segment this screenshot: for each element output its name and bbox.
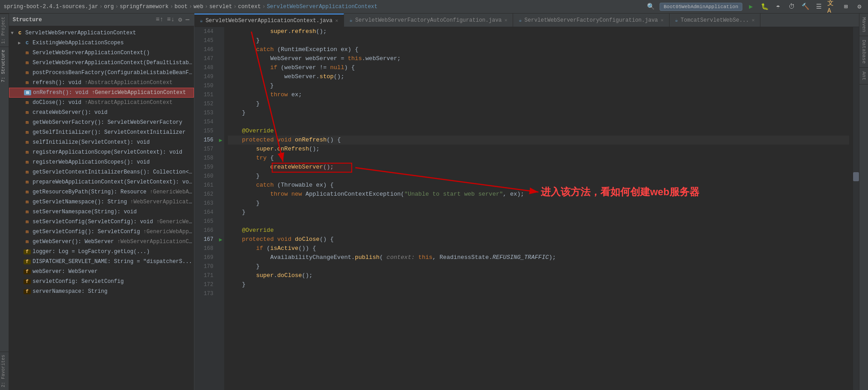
code-content[interactable]: super.refresh(); } catch (RuntimeExcepti… [224, 27, 853, 390]
breadcrumb-context[interactable]: context [238, 4, 261, 10]
tree-item-getservinitbeans[interactable]: ▶ m getServletContextInitializerBeans():… [9, 167, 194, 177]
tree-item-setservletcfg[interactable]: ▶ m setServletConfig(ServletConfig): voi… [9, 217, 194, 227]
tab-tomcat[interactable]: ☕ TomcatServletWebSe... ✕ [670, 14, 760, 27]
method-icon-7: m [24, 110, 31, 115]
tree-item-getresource[interactable]: ▶ m getResourceByPath(String): Resource … [9, 187, 194, 197]
tab-favorites[interactable]: 2: Favorites [0, 352, 9, 390]
code-line-156: protected void onRefresh() { [228, 136, 849, 145]
code-line-161: catch (Throwable ex) { [228, 181, 849, 190]
close-structure-icon[interactable]: — [185, 15, 190, 24]
tree-text-si: selfInitialize(ServletContext): void [33, 139, 150, 146]
tab-ant[interactable]: Ant [859, 68, 868, 85]
tree-root[interactable]: ▼ C ServletWebServerApplicationContext [9, 28, 194, 38]
tasks-icon[interactable]: ☰ [814, 2, 824, 12]
tree-item-setserverns[interactable]: ▶ m setServerNamespace(String): void [9, 207, 194, 217]
tree-item-regwebscopes[interactable]: ▶ m registerWebApplicationScopes(): void [9, 157, 194, 167]
tree-item-constructor1[interactable]: ▶ m ServletWebServerApplicationContext() [9, 48, 194, 58]
left-tab-strip: 1: Project 7: Structure 2: Favorites [0, 14, 9, 390]
breadcrumb-org[interactable]: org [104, 4, 114, 10]
tree-item-scopes[interactable]: ▶ C ExistingWebApplicationScopes [9, 38, 194, 48]
code-line-147: WebServer webServer = this.webServer; [228, 54, 849, 63]
line-numbers: 144 145 146 147 148 149 150 151 152 153 … [194, 27, 217, 390]
coverage-icon[interactable]: ☂ [773, 2, 783, 12]
tab-maven[interactable]: Maven [859, 14, 868, 36]
tab-close-4[interactable]: ✕ [752, 17, 755, 23]
field-icon-sc: f [24, 279, 31, 284]
tree-item-logger[interactable]: ▶ f logger: Log = LogFactory.getLog(...) [9, 247, 194, 257]
method-icon-19: m [24, 229, 31, 235]
tab-swsac[interactable]: ☕ ServletWebServerApplicationContext.jav… [194, 14, 344, 27]
code-line-157: super.onRefresh(); [228, 145, 849, 154]
run-gutter-icon-156[interactable]: ▶ [219, 137, 222, 144]
run-config[interactable]: Boot05WebAdminApplication [660, 3, 742, 11]
tree-item-webserver-field[interactable]: ▶ f webServer: WebServer [9, 267, 194, 277]
tree-item-prepwebctx[interactable]: ▶ m prepareWebApplicationContext(Servlet… [9, 177, 194, 187]
tab-close-2[interactable]: ✕ [505, 17, 508, 23]
code-line-150: } [228, 81, 849, 90]
window-icon[interactable]: ⊞ [841, 2, 851, 12]
tree-text-rws: registerWebApplicationScopes(): void [33, 159, 150, 165]
code-line-169: AvailabilityChangeEvent.publish( context… [228, 253, 849, 262]
search-icon[interactable]: 🔍 [646, 2, 656, 12]
tree-item-servletcfg-field[interactable]: ▶ f servletConfig: ServletConfig [9, 277, 194, 287]
breadcrumb-class[interactable]: ServletWebServerApplicationContext [267, 4, 377, 10]
breadcrumb-boot[interactable]: boot [175, 4, 188, 10]
tree-item-doclose[interactable]: ▶ m doClose(): void ↑AbstractApplication… [9, 98, 194, 108]
tree-text-c2: ServletWebServerApplicationContext(Defau… [33, 60, 194, 66]
tab-label-3: ServletWebServerFactoryConfiguration.jav… [524, 17, 658, 23]
breadcrumb-springframework[interactable]: springframework [120, 4, 169, 10]
tab-close-1[interactable]: ✕ [335, 18, 338, 23]
tree-item-getselfinit[interactable]: ▶ m getSelfInitializer(): ServletContext… [9, 127, 194, 137]
tab-swsfc[interactable]: ☕ ServletWebServerFactoryConfiguration.j… [513, 14, 670, 27]
sort-type-icon[interactable]: ≡↓ [166, 15, 175, 24]
profile-icon[interactable]: ⏱ [787, 2, 797, 12]
tree-item-getwebserver[interactable]: ▶ m getWebServer(): WebServer ↑WebServer… [9, 237, 194, 247]
top-bar-right: 🔍 Boot05WebAdminApplication ▶ 🐛 ☂ ⏱ 🔨 ☰ … [646, 2, 864, 12]
main: 1: Project 7: Structure 2: Favorites Str… [0, 14, 868, 390]
tree-item-postprocess[interactable]: ▶ m postProcessBeanFactory(ConfigurableL… [9, 68, 194, 78]
sort-alpha-icon[interactable]: ≡↑ [155, 15, 165, 24]
tree-text-cws: createWebServer(): void [33, 109, 108, 116]
structure-panel: Structure ≡↑ ≡↓ ⚙ — ▼ C ServletWebServer… [9, 14, 194, 390]
code-line-173 [228, 289, 849, 298]
tab-database[interactable]: Database [859, 36, 868, 68]
tab-structure-left[interactable]: 7: Structure [0, 47, 9, 85]
debug-icon[interactable]: 🐛 [760, 2, 769, 12]
method-icon-5: m [24, 90, 31, 95]
run-gutter-icon-167[interactable]: ▶ [219, 236, 222, 243]
tree-text-pp: postProcessBeanFactory(ConfigurableLista… [33, 70, 194, 76]
tree-item-dispatcher[interactable]: ▶ f DISPATCHER_SERVLET_NAME: String = "d… [9, 257, 194, 267]
structure-tree[interactable]: ▼ C ServletWebServerApplicationContext ▶… [9, 26, 194, 390]
settings-icon[interactable]: ⚙ [854, 2, 864, 12]
tree-item-serverns-field[interactable]: ▶ f serverNamespace: String [9, 287, 194, 296]
code-line-152: } [228, 99, 849, 108]
tree-item-refresh[interactable]: ▶ m refresh(): void ↑AbstractApplication… [9, 78, 194, 88]
tab-project[interactable]: 1: Project [0, 14, 9, 47]
field-icon-logger: f [24, 249, 31, 254]
tree-item-getfactory[interactable]: ▶ m getWebServerFactory(): ServletWebSer… [9, 117, 194, 127]
translate-icon[interactable]: 文A [827, 2, 837, 12]
tree-item-getservletcfg[interactable]: ▶ m getServletConfig(): ServletConfig ↑G… [9, 227, 194, 237]
run-icon[interactable]: ▶ [746, 2, 756, 12]
method-icon-1: m [24, 50, 31, 56]
code-line-162: throw new ApplicationContextException("U… [228, 190, 849, 199]
breadcrumb-jar[interactable]: spring-boot-2.4.1-sources.jar [4, 4, 98, 10]
tree-item-selfinit[interactable]: ▶ m selfInitialize(ServletContext): void [9, 137, 194, 147]
breadcrumb-web[interactable]: web [193, 4, 203, 10]
method-icon-14: m [24, 179, 31, 185]
tab-label-1: ServletWebServerApplicationContext.java [206, 18, 333, 24]
structure-toolbar: ≡↑ ≡↓ ⚙ — [155, 15, 190, 24]
tab-close-3[interactable]: ✕ [660, 17, 664, 23]
tree-item-createwebserver[interactable]: ▶ m createWebServer(): void [9, 108, 194, 117]
tree-item-getservletns[interactable]: ▶ m getServletNamespace(): String ↑WebSe… [9, 197, 194, 207]
editor-scrollbar[interactable] [853, 27, 859, 390]
tree-item-constructor2[interactable]: ▶ m ServletWebServerApplicationContext(D… [9, 58, 194, 68]
build-icon[interactable]: 🔨 [800, 2, 810, 12]
breadcrumb-servlet[interactable]: servlet [209, 4, 232, 10]
tree-text-pwc: prepareWebApplicationContext(ServletCont… [33, 179, 194, 185]
tree-item-regappscope[interactable]: ▶ m registerApplicationScope(ServletCont… [9, 147, 194, 157]
tab-swsfac[interactable]: ☕ ServletWebServerFactoryAutoConfigurati… [344, 14, 513, 27]
tree-item-onrefresh[interactable]: ▶ m onRefresh(): void ↑GenericWebApplica… [9, 88, 194, 98]
code-line-149: webServer.stop(); [228, 72, 849, 81]
settings-structure-icon[interactable]: ⚙ [177, 15, 183, 24]
